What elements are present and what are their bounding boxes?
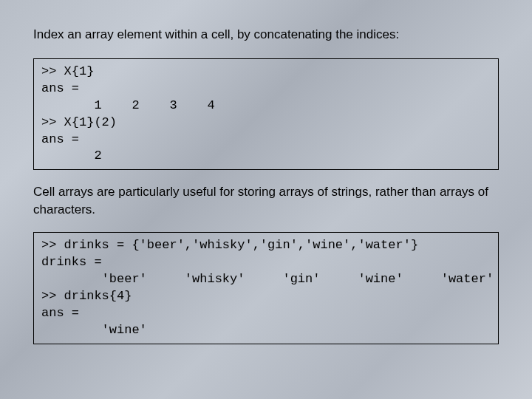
code-block-1: >> X{1} ans = 1 2 3 4 >> X{1}(2) ans = 2: [33, 58, 499, 171]
description-text: Cell arrays are particularly useful for …: [33, 183, 499, 219]
code-block-2: >> drinks = {'beer','whisky','gin','wine…: [33, 232, 499, 344]
intro-text: Index an array element within a cell, by…: [33, 26, 499, 44]
